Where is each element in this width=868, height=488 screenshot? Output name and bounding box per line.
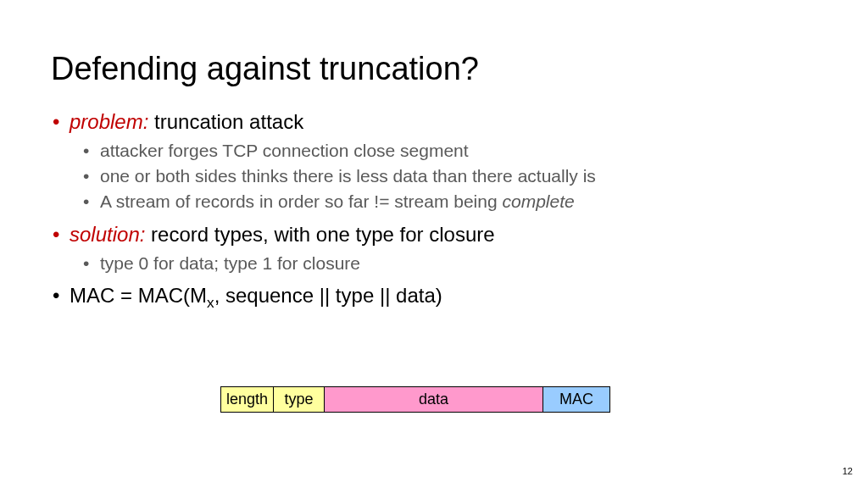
bullet-solution: solution: record types, with one type fo… xyxy=(70,220,817,276)
solution-rest: record types, with one type for closure xyxy=(145,223,494,246)
mac-sub: x xyxy=(207,294,214,311)
page-number: 12 xyxy=(843,466,853,476)
solution-sublist: type 0 for data; type 1 for closure xyxy=(70,251,817,276)
record-length: length xyxy=(221,387,274,412)
slide-title: Defending against truncation? xyxy=(51,51,817,87)
record-data: data xyxy=(325,387,543,412)
mac-pre: MAC = MAC(M xyxy=(70,284,207,307)
problem-sub-3a: A stream of records in order so far != s… xyxy=(100,191,502,211)
problem-rest: truncation attack xyxy=(148,110,303,133)
solution-sub-1: type 0 for data; type 1 for closure xyxy=(100,251,817,276)
problem-sub-2: one or both sides thinks there is less d… xyxy=(100,164,817,189)
bullet-problem: problem: truncation attack attacker forg… xyxy=(70,108,817,215)
mac-post: , sequence || type || data) xyxy=(214,284,442,307)
problem-sublist: attacker forges TCP connection close seg… xyxy=(70,138,817,215)
problem-sub-1: attacker forges TCP connection close seg… xyxy=(100,138,817,164)
problem-sub-3: A stream of records in order so far != s… xyxy=(100,189,817,214)
record-type: type xyxy=(274,387,325,412)
bullet-mac: MAC = MAC(Mx, sequence || type || data) xyxy=(70,281,817,313)
problem-lead: problem: xyxy=(70,110,148,133)
record-mac: MAC xyxy=(543,387,609,412)
record-diagram: length type data MAC xyxy=(220,386,610,413)
bullet-list: problem: truncation attack attacker forg… xyxy=(51,108,817,313)
solution-lead: solution: xyxy=(70,223,145,246)
problem-sub-3b: complete xyxy=(502,191,574,211)
